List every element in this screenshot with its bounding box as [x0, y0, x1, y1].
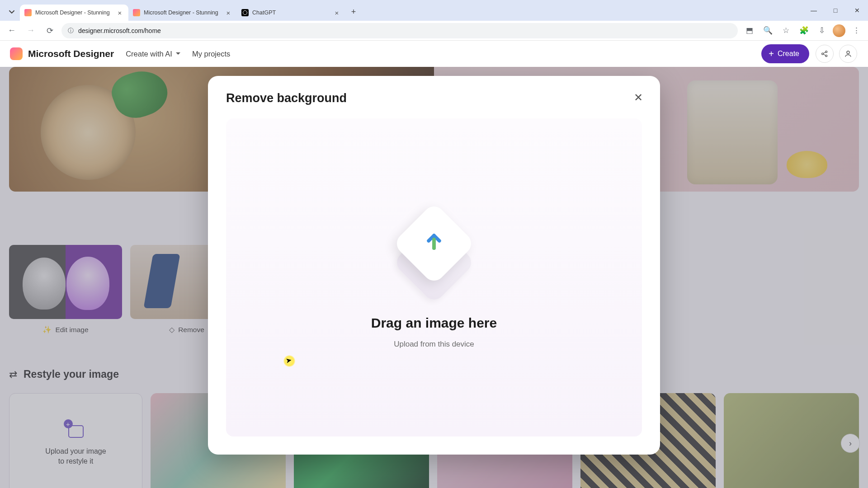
close-window-button[interactable]: ✕ — [846, 0, 868, 21]
maximize-button[interactable]: □ — [825, 0, 846, 21]
remove-background-modal: Remove background ✕ Drag an image here U… — [208, 76, 660, 455]
forward-button[interactable]: → — [24, 23, 38, 38]
menu-create-with-ai[interactable]: Create with AI — [126, 50, 180, 58]
designer-logo-icon[interactable] — [10, 47, 23, 60]
browser-tab-3[interactable]: ChatGPT × — [237, 5, 345, 21]
browser-toolbar: ← → ⟳ ⓘ designer.microsoft.com/home ⬒ 🔍 … — [0, 21, 868, 41]
account-button[interactable] — [839, 45, 857, 63]
close-icon[interactable]: × — [224, 9, 232, 17]
browser-tab-1[interactable]: Microsoft Designer - Stunning × — [20, 5, 128, 21]
create-button[interactable]: + Create — [761, 44, 809, 63]
upload-from-device-link[interactable]: Upload from this device — [394, 340, 474, 349]
tab-title: Microsoft Designer - Stunning — [144, 9, 221, 16]
install-app-icon[interactable]: ⬒ — [742, 23, 757, 38]
extensions-icon[interactable]: 🧩 — [797, 23, 811, 38]
menu-my-projects[interactable]: My projects — [192, 50, 230, 58]
tab-title: ChatGPT — [252, 9, 329, 16]
upload-dropzone[interactable]: Drag an image here Upload from this devi… — [226, 118, 642, 436]
tabs-dropdown-button[interactable] — [5, 5, 18, 18]
menu-label: Create with AI — [126, 50, 172, 58]
back-button[interactable]: ← — [5, 23, 19, 38]
close-icon[interactable]: × — [116, 9, 124, 17]
chatgpt-favicon — [241, 9, 249, 16]
designer-favicon — [24, 9, 32, 16]
url-text: designer.microsoft.com/home — [78, 27, 161, 34]
address-bar[interactable]: ⓘ designer.microsoft.com/home — [61, 23, 738, 38]
modal-close-button[interactable]: ✕ — [630, 89, 646, 106]
downloads-icon[interactable]: ⇩ — [815, 23, 829, 38]
browser-tab-2[interactable]: Microsoft Designer - Stunning × — [128, 5, 237, 21]
profile-avatar[interactable] — [833, 24, 845, 37]
designer-favicon — [133, 9, 140, 16]
svg-point-3 — [847, 51, 849, 54]
browser-tab-strip: Microsoft Designer - Stunning × Microsof… — [0, 0, 868, 21]
dropzone-title: Drag an image here — [371, 315, 497, 331]
close-icon[interactable]: × — [333, 9, 341, 17]
create-button-label: Create — [778, 50, 799, 58]
page-content: ✨ Edit image ◇ Remove ⇄ Restyle your ima… — [0, 67, 868, 488]
dropzone-graphic — [396, 206, 472, 296]
menu-label: My projects — [192, 50, 230, 58]
bookmark-icon[interactable]: ☆ — [778, 23, 793, 38]
plus-icon: + — [769, 49, 774, 59]
site-info-icon[interactable]: ⓘ — [68, 27, 74, 35]
new-tab-button[interactable]: + — [347, 5, 360, 18]
tab-title: Microsoft Designer - Stunning — [35, 9, 112, 16]
reload-button[interactable]: ⟳ — [42, 23, 57, 38]
zoom-icon[interactable]: 🔍 — [760, 23, 775, 38]
minimize-button[interactable]: ― — [803, 0, 825, 21]
app-title[interactable]: Microsoft Designer — [28, 48, 114, 59]
share-button[interactable] — [816, 45, 834, 63]
chrome-menu-icon[interactable]: ⋮ — [849, 23, 863, 38]
modal-title: Remove background — [226, 91, 642, 105]
app-header: Microsoft Designer Create with AI My pro… — [0, 41, 868, 67]
upload-arrow-icon — [422, 229, 446, 253]
window-controls: ― □ ✕ — [803, 0, 868, 21]
